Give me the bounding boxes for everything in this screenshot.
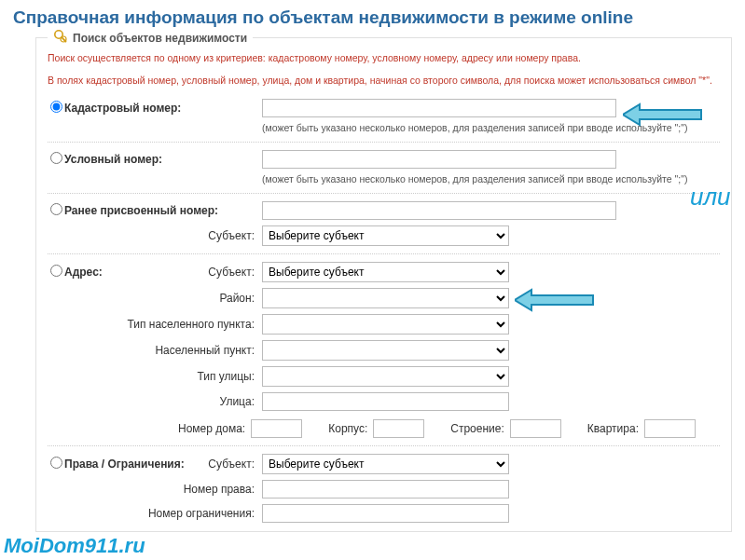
panel-legend-text: Поиск объектов недвижимости bbox=[73, 32, 247, 45]
select-rights-subject[interactable]: Выберите субъект bbox=[262, 454, 509, 474]
warning-line-1: Поиск осуществляется по одному из критер… bbox=[48, 51, 720, 66]
label-building: Строение: bbox=[450, 422, 510, 435]
search-panel: Поиск объектов недвижимости Поиск осущес… bbox=[35, 37, 732, 532]
label-korpus: Корпус: bbox=[328, 422, 373, 435]
label-cadastral: Кадастровый номер: bbox=[64, 102, 188, 115]
input-previous[interactable] bbox=[262, 201, 616, 220]
label-previous-subject: Субъект: bbox=[48, 229, 262, 242]
search-icon bbox=[53, 29, 68, 47]
radio-conditional[interactable] bbox=[50, 152, 62, 164]
label-right-number: Номер права: bbox=[48, 483, 262, 496]
input-house[interactable] bbox=[251, 419, 302, 438]
divider bbox=[48, 142, 720, 143]
radio-rights[interactable] bbox=[50, 457, 62, 469]
label-restriction-number: Номер ограничения: bbox=[48, 507, 262, 520]
radio-previous[interactable] bbox=[50, 203, 62, 215]
panel-legend: Поиск объектов недвижимости bbox=[48, 29, 253, 47]
radio-cadastral[interactable] bbox=[50, 101, 62, 113]
warning-line-2: В полях кадастровый номер, условный номе… bbox=[48, 74, 720, 89]
input-conditional[interactable] bbox=[262, 150, 616, 169]
select-street-type[interactable] bbox=[262, 366, 509, 387]
radio-address[interactable] bbox=[50, 265, 62, 277]
select-settlement[interactable] bbox=[262, 340, 509, 361]
input-right-number[interactable] bbox=[262, 480, 509, 499]
select-settlement-type[interactable] bbox=[262, 314, 509, 335]
label-rights-subject: Субъект: bbox=[195, 458, 262, 471]
label-street: Улица: bbox=[48, 395, 262, 408]
divider bbox=[48, 193, 720, 194]
label-house: Номер дома: bbox=[178, 422, 251, 435]
input-restriction-number[interactable] bbox=[262, 504, 509, 523]
watermark: MoiDom911.ru bbox=[4, 534, 145, 558]
select-address-subject[interactable]: Выберите субъект bbox=[262, 262, 509, 282]
divider bbox=[48, 445, 720, 446]
label-address-subject: Субъект: bbox=[120, 266, 262, 279]
hint-cadastral: (может быть указано несколько номеров, д… bbox=[48, 120, 720, 137]
input-flat[interactable] bbox=[644, 419, 696, 438]
label-rights: Права / Ограничения: bbox=[64, 458, 195, 471]
label-settlement-type: Тип населенного пункта: bbox=[48, 318, 262, 331]
hint-conditional: (может быть указано несколько номеров, д… bbox=[48, 171, 720, 188]
label-settlement: Населенный пункт: bbox=[48, 344, 262, 357]
input-korpus[interactable] bbox=[373, 419, 424, 438]
label-conditional: Условный номер: bbox=[64, 153, 170, 166]
label-street-type: Тип улицы: bbox=[48, 370, 262, 383]
input-building[interactable] bbox=[510, 419, 561, 438]
label-flat: Квартира: bbox=[587, 422, 644, 435]
label-address: Адрес: bbox=[64, 266, 120, 279]
divider bbox=[48, 253, 720, 254]
select-previous-subject[interactable]: Выберите субъект bbox=[262, 225, 509, 246]
input-street[interactable] bbox=[262, 392, 509, 411]
label-previous: Ранее присвоенный номер: bbox=[64, 204, 226, 217]
select-district[interactable] bbox=[262, 288, 509, 308]
input-cadastral[interactable] bbox=[262, 99, 616, 117]
label-district: Район: bbox=[48, 292, 262, 305]
